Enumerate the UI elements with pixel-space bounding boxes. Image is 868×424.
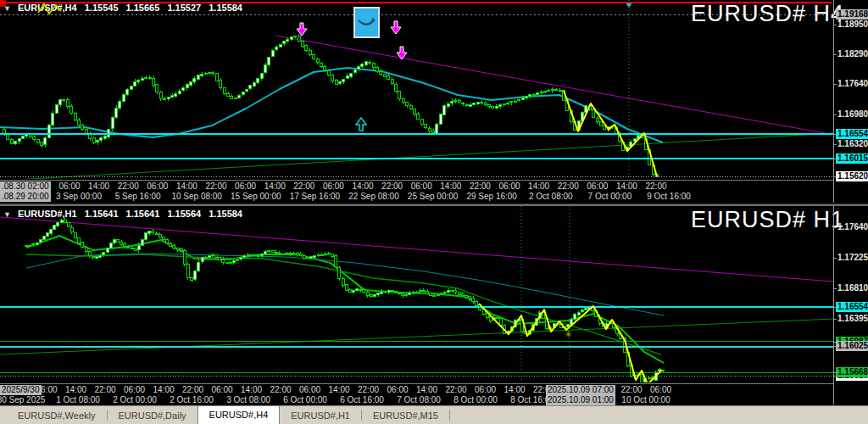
time-label: 2 Oct 16:00 — [170, 395, 214, 405]
time-label: 29 Sep 16:00 — [466, 192, 517, 202]
tab-eurusd-m15[interactable]: EURUSD#,M15 — [362, 408, 449, 424]
price-label: 1.17640 — [837, 222, 868, 232]
highlighted-time-label: .08.30 02:00 — [0, 181, 51, 192]
time-axis-h4-row2: 3 Sep 00:005 Sep 16:0010 Sep 08:0015 Sep… — [0, 192, 833, 203]
vertical-lines — [625, 0, 633, 179]
chart-watermark-h1: EURUSD# H1 — [691, 207, 844, 233]
price-tick-mark — [834, 227, 837, 228]
time-label: 14:00 — [176, 181, 198, 192]
h4-open-value: 1.15545 — [85, 3, 119, 13]
time-label: 22:00 — [205, 181, 226, 192]
h4-symbol-label: EURUSD#,H4 — [18, 3, 77, 13]
time-label: 22:00 — [270, 385, 291, 395]
time-label: 22:00 — [558, 181, 579, 192]
price-axis-h4[interactable]: 1.191681.189501.182901.176401.169801.165… — [833, 0, 868, 203]
price-tick-mark — [834, 25, 837, 25]
price-label: 1.16554 — [836, 129, 868, 139]
time-label: 3 Sep 00:00 — [56, 192, 102, 202]
price-label: 1.16320 — [837, 139, 868, 149]
chart-panel-h1: EURUSD# H1 ✳ ▼ EURUSD#,H1 1.15641 1.1564… — [0, 206, 868, 405]
time-label: 06:00 — [211, 385, 232, 395]
collapse-triangle-icon[interactable]: ▼ — [3, 4, 11, 13]
time-label: 14:00 — [264, 181, 286, 192]
time-label: 22:00 — [182, 385, 203, 395]
h4-close-value: 1.15584 — [209, 3, 242, 13]
price-tick-mark — [834, 114, 837, 115]
time-label: 3 Oct 08:00 — [226, 395, 270, 405]
highlighted-time-label: .08.29 20:00 — [0, 192, 51, 202]
highlighted-time-label: 2025/9/30 — [0, 385, 42, 395]
price-axis-h1[interactable]: 1.176401.172251.168101.165541.163951.160… — [833, 206, 868, 404]
time-label: 06:00 — [587, 181, 608, 192]
time-label: 06:00 — [147, 181, 168, 192]
h4-high-value: 1.15665 — [126, 3, 160, 13]
time-axis-h1[interactable]: 06:0014:0022:0006:0014:0022:0006:0014:00… — [0, 383, 833, 405]
collapse-triangle-icon[interactable]: ▼ — [3, 210, 11, 219]
tab-eurusd-h1[interactable]: EURUSD#,H1 — [280, 408, 361, 424]
time-label: 14:00 — [328, 385, 349, 395]
tab-eurusd-daily[interactable]: EURUSD#,Daily — [108, 408, 198, 424]
time-label: 14:00 — [352, 181, 373, 192]
price-label: 1.16025 — [836, 341, 868, 351]
time-label: 06:00 — [299, 385, 320, 395]
time-label: 5 Sep 16:00 — [115, 192, 161, 202]
time-label: 7 Oct 00:00 — [588, 192, 632, 202]
h4-chart-header[interactable]: ▼ EURUSD#,H4 1.15545 1.15665 1.15527 1.1… — [3, 3, 248, 13]
time-label: 06:00 — [323, 181, 344, 192]
time-label: 14:00 — [616, 181, 637, 192]
trendlines — [0, 36, 833, 179]
time-label: 22:00 — [118, 181, 139, 192]
chart-watermark-h4: EURUSD# H4 — [691, 1, 844, 27]
time-label: 25 Sep 00:00 — [408, 192, 459, 202]
horizontal-lines — [0, 307, 833, 376]
tab-eurusd-weekly[interactable]: EURUSD#,Weekly — [7, 408, 107, 424]
tab-eurusd-h4[interactable]: EURUSD#,H4 — [198, 405, 281, 424]
price-label: 1.18950 — [837, 20, 868, 30]
sell-arrow-icon — [297, 23, 307, 36]
time-label: 2 Oct 08:00 — [529, 192, 573, 202]
time-label: 10 Oct 00:00 — [621, 395, 670, 405]
h1-close-value: 1.15584 — [209, 209, 242, 219]
price-label: 1.17225 — [837, 253, 868, 263]
highlighted-time-label: 2025.10.09 07:00 — [546, 385, 615, 395]
time-label: 14:00 — [88, 181, 109, 192]
time-label: 14:00 — [440, 181, 461, 192]
time-label: 22:00 — [645, 181, 666, 192]
time-label: 8 Oct 00:00 — [453, 395, 498, 405]
price-tick-mark — [834, 319, 837, 320]
time-label: 06:00 — [124, 385, 145, 395]
time-label: 22:00 — [470, 181, 491, 192]
time-axis-h4[interactable]: 06:0014:0022:0006:0014:0022:0006:0014:00… — [0, 180, 833, 204]
time-label: 22:00 — [293, 181, 314, 192]
time-label: 14:00 — [65, 385, 86, 395]
price-label: 1.19168 — [836, 9, 868, 20]
h1-low-value: 1.15564 — [167, 209, 201, 219]
time-label: 06:00 — [650, 385, 671, 395]
chart-button[interactable] — [353, 7, 380, 38]
h1-chart-header[interactable]: ▼ EURUSD#,H1 1.15641 1.15641 1.15564 1.1… — [3, 209, 248, 219]
h1-symbol-label: EURUSD#,H1 — [18, 209, 77, 219]
price-tick-mark — [834, 84, 837, 85]
price-tick-mark — [834, 134, 837, 135]
signal-markers: ✳ — [564, 329, 571, 339]
time-label: 22:00 — [620, 385, 642, 395]
price-label: 1.16554 — [836, 302, 868, 312]
price-tick-mark — [834, 144, 837, 145]
price-tick-mark — [834, 288, 837, 289]
curved-arrow-icon — [355, 8, 378, 36]
price-tick-mark — [834, 307, 837, 308]
time-label: 06:00 — [58, 181, 80, 192]
time-label: 2 Oct 00:00 — [113, 395, 157, 405]
time-label: 06:00 — [475, 385, 496, 395]
price-tick-mark — [834, 258, 837, 259]
price-label: 1.15668 — [836, 367, 868, 377]
time-axis-h1-row2: 30 Sep 20251 Oct 08:002 Oct 00:002 Oct 1… — [0, 395, 833, 405]
time-label: 22 Sep 08:00 — [348, 192, 399, 202]
time-label: 06:00 — [235, 181, 256, 192]
time-label: 14:00 — [153, 385, 174, 395]
time-label: 22:00 — [381, 181, 403, 192]
price-tick-mark — [834, 159, 837, 159]
price-label: 1.17640 — [837, 79, 868, 89]
time-label: 06:00 — [498, 181, 520, 192]
sell-arrow-icon — [391, 21, 401, 34]
